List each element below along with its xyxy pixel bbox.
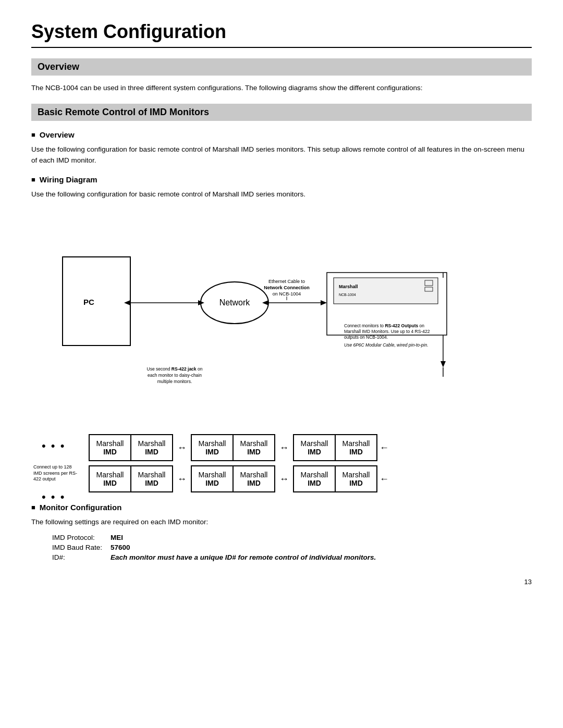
sub-wiring-body: Use the following configuration for basi…: [31, 189, 532, 200]
monitor-cell: Marshall IMD: [233, 435, 275, 461]
arrow-end-1: ←: [377, 442, 391, 453]
monitor-imd: IMD: [300, 448, 328, 456]
monitor-name: Marshall: [138, 439, 166, 448]
monitor-imd: IMD: [240, 479, 268, 487]
monitor-name: Marshall: [96, 439, 124, 448]
dots-row1: • • •: [42, 439, 65, 453]
monitor-imd: IMD: [198, 448, 226, 456]
svg-text:Use 6P6C Modular Cable, wired : Use 6P6C Modular Cable, wired pin-to-pin…: [344, 342, 429, 348]
monitor-name: Marshall: [300, 471, 328, 479]
svg-marker-8: [321, 300, 327, 305]
monitor-group-2a: Marshall IMD Marshall IMD: [89, 465, 173, 492]
arrow-right-2: ↔: [275, 442, 293, 453]
monitor-row-2: Marshall IMD Marshall IMD ↔ Marshall IMD: [89, 465, 532, 492]
svg-text:Connect monitors to RS-422 Out: Connect monitors to RS-422 Outputs on: [344, 323, 424, 328]
monitor-row-1: Marshall IMD Marshall IMD ↔ Marshall IMD: [89, 434, 532, 461]
monitor-imd: IMD: [240, 448, 268, 456]
config-value-id: Each monitor must have a unique ID# for …: [111, 552, 384, 562]
basic-remote-section: Basic Remote Control of IMD Monitors Ove…: [31, 104, 532, 562]
page-number: 13: [31, 578, 532, 586]
config-label-baud: IMD Baud Rate:: [52, 542, 111, 552]
monitor-name: Marshall: [342, 471, 370, 479]
monitor-cell: Marshall IMD: [89, 435, 131, 461]
overview-body: The NCB-1004 can be used in three differ…: [31, 83, 532, 93]
sub-wiring-header: Wiring Diagram: [31, 175, 532, 184]
arrow-right-1: ↔: [173, 442, 191, 453]
svg-rect-15: [334, 278, 438, 304]
monitor-imd: IMD: [96, 479, 124, 487]
page-title: System Configuration: [31, 21, 532, 48]
monitor-imd: IMD: [138, 448, 166, 456]
svg-text:Marshall: Marshall: [339, 284, 358, 289]
monitor-cell: Marshall IMD: [89, 466, 131, 492]
overview-section: Overview The NCB-1004 can be used in thr…: [31, 58, 532, 93]
monitor-group-2b: Marshall IMD Marshall IMD: [191, 465, 275, 492]
arrow-end-2: ←: [377, 474, 391, 485]
svg-text:NCB-1004: NCB-1004: [339, 293, 356, 297]
monitor-grid: • • • Connect up to 128 IMD screens per …: [31, 434, 532, 492]
monitor-cell: Marshall IMD: [335, 435, 377, 461]
svg-text:Network Connection: Network Connection: [264, 285, 310, 290]
config-label-id: ID#:: [52, 552, 111, 562]
config-row-baud: IMD Baud Rate: 57600: [52, 542, 384, 552]
basic-remote-header: Basic Remote Control of IMD Monitors: [31, 104, 532, 121]
config-row-id: ID#: Each monitor must have a unique ID#…: [52, 552, 384, 562]
svg-text:on NCB-1004: on NCB-1004: [273, 291, 301, 297]
config-value-baud: 57600: [111, 542, 384, 552]
monitor-rows: Marshall IMD Marshall IMD ↔ Marshall IMD: [89, 434, 532, 492]
monitor-cell: Marshall IMD: [191, 466, 233, 492]
monitor-cell: Marshall IMD: [131, 435, 173, 461]
sub-overview-body: Use the following configuration for basi…: [31, 144, 532, 166]
monitor-group-2c: Marshall IMD Marshall IMD: [293, 465, 377, 492]
svg-text:Marshall IMD Monitors. Use up : Marshall IMD Monitors. Use up to 4 RS-42…: [344, 329, 430, 334]
monitor-imd: IMD: [138, 479, 166, 487]
monitor-name: Marshall: [138, 471, 166, 479]
config-label-protocol: IMD Protocol:: [52, 533, 111, 542]
monitor-cell: Marshall IMD: [191, 435, 233, 461]
monitor-imd: IMD: [96, 448, 124, 456]
monitor-imd: IMD: [300, 479, 328, 487]
monitor-group-1c: Marshall IMD Marshall IMD: [293, 434, 377, 461]
arrow-right-4: ↔: [275, 474, 293, 485]
overview-header: Overview: [31, 58, 532, 76]
monitor-group-1a: Marshall IMD Marshall IMD: [89, 434, 173, 461]
svg-text:each monitor to daisy-chain: each monitor to daisy-chain: [148, 373, 202, 378]
connect-note: Connect up to 128 IMD screens per RS-422…: [33, 464, 80, 483]
config-value-protocol: MEI: [111, 533, 384, 542]
sub-monitor-config-header: Monitor Configuration: [31, 503, 532, 512]
monitor-cell: Marshall IMD: [293, 466, 335, 492]
svg-text:multiple monitors.: multiple monitors.: [157, 379, 192, 384]
monitor-imd: IMD: [342, 448, 370, 456]
monitor-cell: Marshall IMD: [335, 466, 377, 492]
monitor-imd: IMD: [342, 479, 370, 487]
svg-text:Network: Network: [219, 298, 251, 307]
monitor-name: Marshall: [342, 439, 370, 448]
monitor-name: Marshall: [240, 439, 268, 448]
svg-rect-0: [63, 257, 130, 346]
wiring-diagram: PC Network NCB box --> Ethernet Cable to…: [31, 210, 532, 429]
config-row-protocol: IMD Protocol: MEI: [52, 533, 384, 542]
svg-text:outputs on NCB-1004.: outputs on NCB-1004.: [344, 335, 388, 340]
monitor-name: Marshall: [96, 471, 124, 479]
monitor-group-1b: Marshall IMD Marshall IMD: [191, 434, 275, 461]
monitor-cell: Marshall IMD: [293, 435, 335, 461]
sub-monitor-config-body: The following settings are required on e…: [31, 517, 532, 527]
dots-row2: • • •: [42, 490, 65, 504]
svg-text:PC: PC: [83, 298, 94, 306]
svg-text:Ethernet Cable to: Ethernet Cable to: [268, 279, 305, 284]
monitor-name: Marshall: [198, 471, 226, 479]
arrow-right-3: ↔: [173, 474, 191, 485]
svg-marker-9: [262, 300, 268, 305]
svg-marker-3: [124, 300, 130, 305]
svg-marker-25: [440, 361, 446, 367]
svg-text:Use second RS-422 jack on: Use second RS-422 jack on: [147, 366, 203, 372]
monitor-cell: Marshall IMD: [233, 466, 275, 492]
monitor-name: Marshall: [198, 439, 226, 448]
monitor-cell: Marshall IMD: [131, 466, 173, 492]
monitor-imd: IMD: [198, 479, 226, 487]
monitor-name: Marshall: [300, 439, 328, 448]
sub-overview-header: Overview: [31, 130, 532, 139]
config-table: IMD Protocol: MEI IMD Baud Rate: 57600 I…: [52, 533, 384, 562]
monitor-name: Marshall: [240, 471, 268, 479]
